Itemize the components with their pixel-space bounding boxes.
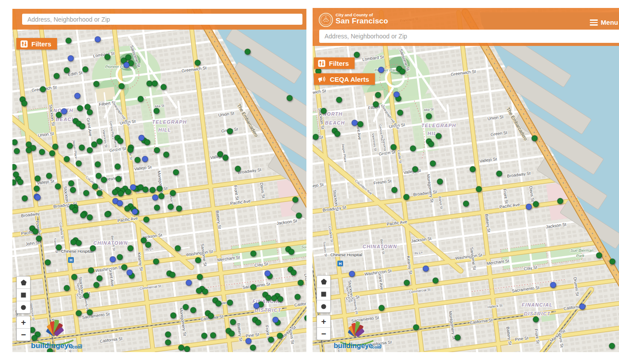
pentagon-icon [20,279,27,286]
svg-text:Chinese Hospital: Chinese Hospital [330,252,362,257]
buildingeye-logo[interactable]: buildingeye .com [333,319,382,350]
zoom-controls: + − [317,315,331,340]
svg-text:H: H [69,258,73,262]
logo-tld: .com [371,345,381,349]
search-bar-left [12,9,306,30]
svg-text:H: H [339,262,342,266]
draw-square-button[interactable] [317,288,330,300]
buildingeye-logo[interactable]: buildingeye .com [30,317,82,350]
filters-button[interactable]: Filters [314,57,355,69]
logo-text: buildingeye [334,342,373,349]
page: HPfeiffer StFrancisco StLombard StEdith … [0,0,619,364]
svg-text:HILL: HILL [158,127,171,133]
menu-button[interactable]: Menu [590,18,618,27]
draw-pentagon-button[interactable] [317,276,330,288]
draw-tools [317,275,331,313]
menu-label: Menu [601,19,618,26]
square-icon [20,292,27,298]
svg-text:TELEGRAPH: TELEGRAPH [152,119,187,125]
logo-text: buildingeye [31,341,73,350]
svg-text:Sue Bierman: Sue Bierman [301,245,306,249]
draw-square-button[interactable] [17,289,30,301]
draw-circle-button[interactable] [17,301,30,313]
circle-icon [321,303,327,310]
filters-label: Filters [31,40,51,48]
hamburger-icon [590,18,598,27]
sf-city-seal-icon [318,12,333,27]
megaphone-icon [318,76,326,83]
zoom-out-button[interactable]: − [17,329,30,341]
zoom-out-button[interactable]: − [317,328,330,340]
sf-header: City and County of San Francisco Menu [313,8,619,46]
ceqa-label: CEQA Alerts [330,76,369,83]
svg-text:FINANCIAL: FINANCIAL [522,302,553,307]
draw-pentagon-button[interactable] [17,277,30,289]
ceqa-alerts-button[interactable]: CEQA Alerts [314,73,375,85]
brand-block: City and County of San Francisco [336,13,388,26]
svg-text:BEACH: BEACH [325,120,345,125]
map-panel-right[interactable]: HPfeiffer StFrancisco StLombard StEdith … [313,8,619,352]
svg-text:CHINATOWN: CHINATOWN [363,244,397,249]
pentagon-icon [321,278,327,285]
filters-button[interactable]: Filters [16,38,57,49]
search-input[interactable] [22,14,302,25]
svg-text:Chinese Hospital: Chinese Hospital [61,249,93,254]
svg-text:DISTRICT: DISTRICT [255,307,281,313]
zoom-in-button[interactable]: + [317,315,330,328]
search-input[interactable] [319,30,619,43]
filters-label: Filters [329,60,349,67]
square-icon [321,291,327,297]
zoom-controls: + − [16,316,31,341]
draw-circle-button[interactable] [317,300,330,312]
svg-text:CHINATOWN: CHINATOWN [93,240,128,246]
brand-big: San Francisco [336,17,388,26]
filters-icon [20,40,28,48]
svg-text:TELEGRAPH: TELEGRAPH [421,123,456,128]
svg-text:Park: Park [576,254,585,258]
filters-icon [318,60,325,67]
zoom-in-button[interactable]: + [17,316,30,329]
draw-tools [16,276,31,314]
circle-icon [20,304,27,311]
svg-text:DISTRICT: DISTRICT [524,311,550,316]
map-panel-left[interactable]: HPfeiffer StFrancisco StLombard StEdith … [12,9,306,352]
svg-text:Sue Bierman: Sue Bierman [570,248,593,253]
